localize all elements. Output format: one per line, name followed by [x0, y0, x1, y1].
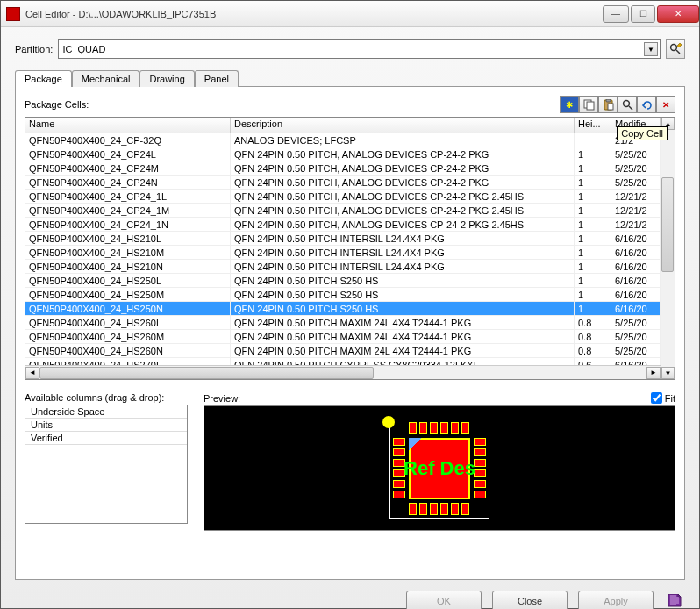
close-button[interactable]: Close [492, 591, 568, 609]
table-row[interactable]: QFN50P400X400_24_HS260LQFN 24PIN 0.50 PI… [25, 316, 661, 330]
scroll-down-icon[interactable]: ▼ [661, 367, 675, 379]
cell-desc: QFN 24PIN 0.50 PITCH MAXIM 24L 4X4 T2444… [231, 330, 575, 343]
pad [474, 469, 486, 477]
vertical-scrollbar[interactable]: ▲ ▼ [661, 118, 675, 379]
cell-desc: QFN 24PIN 0.50 PITCH INTERSIL L24.4X4 PK… [231, 232, 575, 245]
scroll-left-icon[interactable]: ◄ [25, 367, 39, 379]
table-row[interactable]: QFN50P400X400_24_HS260MQFN 24PIN 0.50 PI… [25, 330, 661, 344]
preview-panel: Preview: Fit Ref De [204, 392, 675, 531]
cell-height: 1 [575, 288, 611, 301]
cell-height: 1 [575, 302, 611, 315]
search-cell-icon[interactable] [618, 96, 637, 113]
pin1-corner [409, 438, 421, 450]
tab-drawing[interactable]: Drawing [139, 70, 194, 87]
scroll-h-thumb[interactable] [39, 367, 374, 379]
cell-name: QFN50P400X400_24_CP24_1N [25, 218, 231, 231]
grid-body[interactable]: QFN50P400X400_24_CP-32QANALOG DEVICES; L… [25, 133, 661, 365]
maximize-button[interactable]: ☐ [631, 5, 655, 23]
copy-cell-icon[interactable] [579, 96, 598, 113]
list-item[interactable]: Units [25, 419, 187, 432]
svg-line-1 [676, 50, 680, 54]
pad [474, 480, 486, 488]
table-row[interactable]: QFN50P400X400_24_CP-32QANALOG DEVICES; L… [25, 133, 661, 147]
table-row[interactable]: QFN50P400X400_24_HS210LQFN 24PIN 0.50 PI… [25, 232, 661, 246]
cell-name: QFN50P400X400_24_HS250L [25, 274, 231, 287]
col-height[interactable]: Hei... [575, 118, 611, 133]
tab-package[interactable]: Package [15, 70, 72, 87]
tab-strip: Package Mechanical Drawing Panel [15, 69, 685, 87]
table-row[interactable]: QFN50P400X400_24_HS250NQFN 24PIN 0.50 PI… [25, 302, 661, 316]
cell-name: QFN50P400X400_24_HS210N [25, 260, 231, 273]
pad [474, 438, 486, 446]
cell-desc: QFN 24PIN 0.50 PITCH, ANALOG DEVICES CP-… [231, 161, 575, 175]
scroll-right-icon[interactable]: ► [646, 367, 661, 379]
list-item[interactable]: Verified [25, 432, 187, 445]
table-row[interactable]: QFN50P400X400_24_CP24_1LQFN 24PIN 0.50 P… [25, 190, 661, 204]
delete-icon[interactable]: ✕ [656, 96, 675, 113]
chevron-down-icon[interactable]: ▼ [644, 42, 658, 56]
tab-mechanical[interactable]: Mechanical [72, 70, 140, 87]
cell-height: 1 [575, 246, 611, 259]
cell-desc: QFN 24PIN 0.50 PITCH, ANALOG DEVICES CP-… [231, 147, 575, 161]
preview-label: Preview: [204, 393, 651, 404]
list-item[interactable]: Underside Space [25, 405, 187, 419]
pad [409, 422, 417, 434]
cell-height: 1 [575, 147, 611, 161]
cell-name: QFN50P400X400_24_CP24_1L [25, 190, 231, 203]
pad [430, 422, 438, 434]
preview-canvas[interactable]: Ref Des [204, 405, 675, 531]
cell-modified: 6/16/20 [611, 260, 661, 273]
col-name[interactable]: Name [25, 118, 231, 133]
svg-rect-3 [587, 102, 594, 110]
fit-checkbox[interactable] [651, 392, 662, 404]
new-cell-icon[interactable]: ✱ [560, 96, 579, 113]
table-row[interactable]: QFN50P400X400_24_HS210MQFN 24PIN 0.50 PI… [25, 246, 661, 260]
pad [393, 491, 405, 498]
table-row[interactable]: QFN50P400X400_24_CP24_1NQFN 24PIN 0.50 P… [25, 218, 661, 232]
available-columns-list[interactable]: Underside SpaceUnitsVerified [25, 405, 188, 524]
cells-label: Package Cells: [25, 99, 560, 110]
cell-height: 1 [575, 218, 611, 231]
toolbar: ✱ ✕ [560, 96, 675, 113]
table-row[interactable]: QFN50P400X400_24_CP24_1MQFN 24PIN 0.50 P… [25, 204, 661, 218]
cell-desc: QFN 24PIN 0.50 PITCH, ANALOG DEVICES CP-… [231, 218, 575, 231]
table-row[interactable]: QFN50P400X400_24_HS250MQFN 24PIN 0.50 PI… [25, 288, 661, 302]
table-row[interactable]: QFN50P400X400_24_HS210NQFN 24PIN 0.50 PI… [25, 260, 661, 274]
paste-cell-icon[interactable] [598, 96, 618, 113]
scroll-v-thumb[interactable] [661, 177, 674, 272]
tab-panel[interactable]: Panel [195, 70, 239, 87]
ok-button[interactable]: OK [406, 591, 482, 609]
horizontal-scrollbar[interactable]: ◄ ► [25, 365, 661, 379]
table-row[interactable]: QFN50P400X400_24_CP24NQFN 24PIN 0.50 PIT… [25, 176, 661, 190]
table-row[interactable]: QFN50P400X400_24_HS270LQFN 24PIN 0.50 PI… [25, 358, 661, 365]
col-description[interactable]: Description [231, 118, 575, 133]
edit-partition-icon[interactable] [666, 39, 685, 59]
table-row[interactable]: QFN50P400X400_24_CP24LQFN 24PIN 0.50 PIT… [25, 147, 661, 161]
table-row[interactable]: QFN50P400X400_24_CP24MQFN 24PIN 0.50 PIT… [25, 161, 661, 176]
close-window-button[interactable]: ✕ [657, 5, 699, 23]
app-icon [6, 7, 20, 21]
apply-button[interactable]: Apply [578, 591, 654, 609]
cell-name: QFN50P400X400_24_HS210L [25, 232, 231, 245]
pin1-marker [382, 416, 395, 428]
cell-name: QFN50P400X400_24_CP24N [25, 176, 231, 189]
pad [393, 438, 405, 446]
cell-modified: 5/25/20 [611, 147, 661, 161]
cell-height: 1 [575, 232, 611, 245]
cell-height: 1 [575, 161, 611, 175]
minimize-button[interactable]: — [603, 5, 629, 23]
fit-checkbox-label[interactable]: Fit [651, 392, 675, 404]
cells-grid: Name Description Hei... Modifie QFN50P40… [25, 117, 675, 380]
partition-select[interactable]: IC_QUAD ▼ [58, 39, 661, 59]
cell-name: QFN50P400X400_24_CP24L [25, 147, 231, 161]
table-row[interactable]: QFN50P400X400_24_HS250LQFN 24PIN 0.50 PI… [25, 274, 661, 288]
table-row[interactable]: QFN50P400X400_24_HS260NQFN 24PIN 0.50 PI… [25, 344, 661, 358]
undo-icon[interactable] [637, 96, 656, 113]
svg-point-7 [623, 100, 629, 106]
cell-editor-window: Cell Editor - D:\...\ODAWORKLIB_IPC7351B… [0, 0, 700, 609]
cell-modified: 12/21/2 [611, 218, 661, 231]
titlebar[interactable]: Cell Editor - D:\...\ODAWORKLIB_IPC7351B… [1, 1, 699, 27]
cell-name: QFN50P400X400_24_CP-32Q [25, 133, 231, 147]
help-icon[interactable] [664, 591, 685, 609]
cell-name: QFN50P400X400_24_HS260M [25, 330, 231, 343]
